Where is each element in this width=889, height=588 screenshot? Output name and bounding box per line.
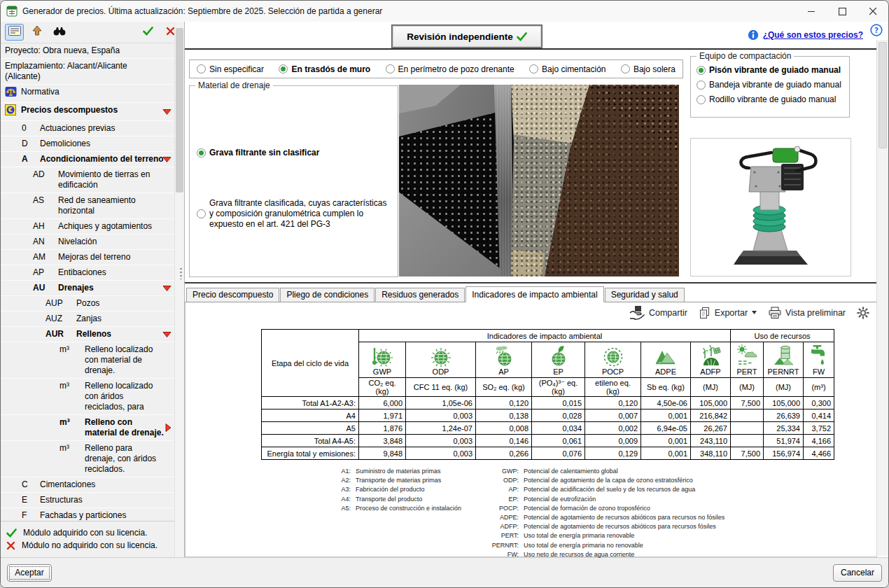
cell-value: 3,848 — [359, 435, 406, 447]
tree-item-relleno-localizado-con-material-de-drena[interactable]: m³ Relleno localizado con material de dr… — [1, 342, 175, 379]
tab-residuos-generados[interactable]: Residuos generados — [375, 288, 465, 302]
independent-review-button[interactable]: Revisión independiente — [392, 25, 542, 48]
close-button[interactable] — [858, 1, 888, 22]
search-binoculars-button[interactable] — [50, 24, 69, 41]
maximize-button[interactable] — [827, 1, 858, 22]
column-pert: PERT — [731, 342, 764, 378]
what-are-these-prices-link[interactable]: ¿Qué son estos precios? — [748, 29, 863, 41]
tree-item-label: Relleno localizado con material de drena… — [85, 344, 172, 376]
vibrating-rammer-image — [690, 138, 851, 276]
exportar-button[interactable]: Exportar — [699, 307, 757, 319]
sidebar-scrollbar[interactable] — [174, 22, 184, 557]
help-button[interactable]: ? — [870, 24, 883, 36]
tree-item-label: Mejoras del terreno — [58, 252, 172, 262]
tree-item-normativa[interactable]: Normativa — [1, 85, 175, 103]
radio-bajo-cimentacion[interactable]: Bajo cimentación — [529, 64, 606, 74]
column-pernrt: PERNRT — [764, 342, 804, 378]
tree-item-relleno-con-material-de-drenaje[interactable]: m³ Relleno con material de drenaje. — [1, 415, 175, 441]
cell-value: 26,639 — [764, 410, 804, 422]
radio-grava-filtrante-clasificada-cuyas-caract[interactable]: Grava filtrante clasificada, cuyas carac… — [197, 198, 392, 230]
content-scrollbar-thumb[interactable] — [878, 42, 887, 148]
cell-value: 9,848 — [359, 447, 406, 460]
radio-circle — [197, 64, 206, 74]
radio-sin-especificar[interactable]: Sin especificar — [197, 64, 264, 74]
cell-value: 0,146 — [476, 435, 532, 447]
tree-item-actuaciones-previas[interactable]: 0 Actuaciones previas — [1, 121, 175, 136]
tree-item-nivelacion[interactable]: AN Nivelación — [1, 234, 175, 250]
tree-item-cimentaciones[interactable]: C Cimentaciones — [1, 477, 175, 493]
accept-check-button[interactable] — [139, 24, 158, 41]
accept-button[interactable]: Aceptar — [7, 564, 52, 582]
tree-item-estructuras[interactable]: E Estructuras — [1, 493, 175, 508]
cell-value — [731, 435, 764, 447]
tree-item-code: AM — [33, 252, 52, 262]
tree-item-achiques-y-agotamientos[interactable]: AH Achiques y agotamientos — [1, 219, 175, 234]
compartir-button[interactable]: Compartir — [629, 305, 687, 320]
radio-bandeja-vibrante-de-guiado-manual[interactable]: Bandeja vibrante de guiado manual — [696, 80, 844, 90]
cancel-button[interactable]: Cancelar — [833, 564, 882, 582]
tree-item-rellenos[interactable]: AUR Rellenos — [1, 327, 175, 342]
tab-precio-descompuesto[interactable]: Precio descompuesto — [186, 288, 279, 302]
tree-item-red-de-saneamiento-horizontal[interactable]: AS Red de saneamiento horizontal — [1, 193, 175, 219]
indicator-legend: GWP:Potencial de calentamiento globalODP… — [482, 467, 724, 559]
tree-item-code: AU — [33, 283, 52, 293]
radio-circle — [696, 80, 706, 90]
splitter-grip[interactable] — [180, 268, 182, 279]
tab-indicadores-de-impacto-ambiental[interactable]: Indicadores de impacto ambiental — [465, 286, 603, 302]
tree-item-precios-descompuestos[interactable]: € Precios descompuestos — [1, 103, 175, 121]
tree-item-code: m³ — [59, 381, 79, 391]
cell-value — [731, 422, 764, 435]
legend-text: Potencial de eutrofización — [524, 495, 596, 504]
tree-item-drenajes[interactable]: AU Drenajes — [1, 281, 175, 296]
vista-preliminar-button[interactable]: Vista preliminar — [768, 307, 846, 319]
cell-value: 0,300 — [804, 397, 834, 410]
column-unit: CFC 11 eq. (kg) — [406, 378, 476, 397]
tree-item-demoliciones[interactable]: D Demoliciones — [1, 136, 175, 152]
settings-gear-button[interactable] — [857, 307, 869, 319]
tab-seguridad-y-salud[interactable]: Seguridad y salud — [605, 288, 685, 302]
radio-rodillo-vibrante-de-guiado-manual[interactable]: Rodillo vibrante de guiado manual — [696, 94, 844, 104]
tree-item-entibaciones[interactable]: AP Entibaciones — [1, 265, 175, 281]
tab-pliego-de-condiciones[interactable]: Pliego de condiciones — [280, 288, 374, 302]
cell-value: 1,24e-07 — [406, 422, 476, 435]
cell-value: 25,334 — [764, 422, 804, 435]
legend-code: GWP: — [482, 467, 519, 476]
cell-value: 0,120 — [476, 397, 532, 410]
legend-code: AP: — [482, 485, 519, 494]
table-group-header: Indicadores de impacto ambiental — [359, 330, 731, 342]
legend-text: Fabricación del producto — [356, 485, 425, 494]
tree-item-fachadas-y-particiones[interactable]: F Fachadas y particiones — [1, 508, 175, 521]
content-scrollbar[interactable] — [876, 40, 888, 556]
radio-grava-filtrante-sin-clasificar[interactable]: Grava filtrante sin clasificar — [197, 148, 392, 158]
tree-item-zanjas[interactable]: AUZ Zanjas — [1, 312, 175, 327]
tree-item-relleno-para-drenaje-con-aridos-reciclad[interactable]: m³ Relleno para drenaje, con áridos reci… — [1, 441, 175, 477]
tree-item-pozos[interactable]: AUP Pozos — [1, 296, 175, 312]
radio-en-perimetro-de-pozo-drenante[interactable]: En perímetro de pozo drenante — [386, 64, 514, 74]
tree-item-label: Zanjas — [76, 314, 172, 324]
level-up-button[interactable] — [27, 24, 46, 41]
radio-pison-vibrante-de-guiado-manual[interactable]: Pisón vibrante de guiado manual — [696, 65, 844, 75]
tree-item-proyecto-obra-nueva-espana[interactable]: Proyecto: Obra nueva, España — [1, 43, 175, 59]
expand-arrow-icon — [162, 108, 172, 115]
detail-view-button[interactable] — [5, 24, 24, 41]
tree-item-mejoras-del-terreno[interactable]: AM Mejoras del terreno — [1, 250, 175, 265]
tab-bar: Precio descompuesto Pliego de condicione… — [185, 282, 877, 302]
cell-value: 0,009 — [585, 435, 641, 447]
tree-item-movimiento-de-tierras-en-edificacion[interactable]: AD Movimiento de tierras en edificación — [1, 167, 175, 193]
tree-item-relleno-localizado-con-aridos-reciclados[interactable]: m³ Relleno localizado con áridos recicla… — [1, 379, 175, 415]
radio-en-trasdos-de-muro[interactable]: En trasdós de muro — [279, 64, 370, 74]
legend-row: A1:Suministro de materias primas — [338, 467, 461, 476]
tree-item-emplazamiento-alacant-alicante-alicante[interactable]: Emplazamiento: Alacant/Alicante (Alicant… — [1, 59, 175, 85]
legend-code: A4: — [338, 495, 351, 504]
radio-circle — [696, 66, 706, 75]
legend-text: Potencial de agotamiento de recursos abi… — [524, 522, 716, 531]
tree-item-acondicionamiento-del-terreno[interactable]: A Acondicionamiento del terreno — [1, 152, 175, 167]
radio-bajo-solera[interactable]: Bajo solera — [621, 64, 676, 74]
radio-label: Sin especificar — [209, 64, 264, 74]
drainage-material-title: Material de drenaje — [195, 80, 273, 90]
sidebar-scrollbar-thumb[interactable] — [176, 28, 183, 192]
radio-label: Grava filtrante clasificada, cuyas carac… — [209, 198, 392, 230]
expand-arrow-icon — [162, 285, 172, 291]
app-window: Generador de precios. Última actualizaci… — [0, 0, 889, 588]
minimize-button[interactable] — [796, 1, 827, 22]
